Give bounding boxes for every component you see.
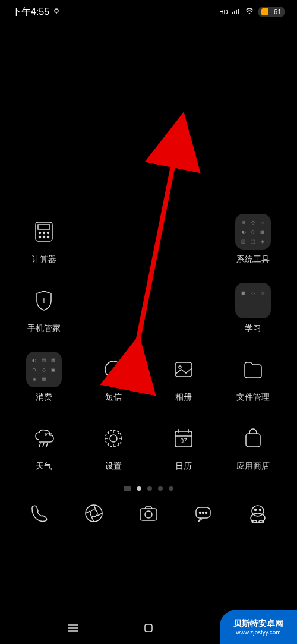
page-dot[interactable]	[169, 486, 173, 491]
app-grid: 计算器 ⊕◇○ ◐⬡▦ ▤⬚◈ 系统工具 T 手机管家 ▣◇☆	[0, 214, 297, 472]
watermark: 贝斯特安卓网 www.zjbstyy.com	[220, 610, 297, 644]
app-label: 手机管家	[27, 323, 61, 334]
signal-icon	[232, 7, 241, 17]
svg-point-28	[200, 512, 201, 514]
svg-point-15	[110, 435, 117, 442]
app-settings[interactable]: 设置	[82, 421, 146, 472]
folder-icon: ⊕◇○ ◐⬡▦ ▤⬚◈	[235, 214, 271, 250]
svg-rect-12	[175, 362, 192, 377]
weather-icon: -9°C	[26, 421, 62, 456]
app-messages[interactable]: 短信	[82, 352, 146, 403]
page-indicator[interactable]	[0, 486, 297, 491]
svg-point-11	[105, 361, 122, 378]
app-label: 学习	[245, 323, 261, 334]
app-label: 消费	[36, 392, 52, 403]
app-weather[interactable]: -9°C 天气	[12, 421, 76, 472]
calendar-icon: 07	[166, 421, 201, 456]
app-label: 设置	[105, 461, 122, 472]
app-files[interactable]: 文件管理	[222, 352, 286, 403]
dock-camera[interactable]	[134, 499, 163, 528]
app-label: 天气	[36, 461, 52, 472]
svg-rect-40	[145, 624, 152, 632]
app-system-tools[interactable]: ⊕◇○ ◐⬡▦ ▤⬚◈ 系统工具	[222, 214, 286, 265]
page-dot[interactable]	[147, 486, 152, 491]
app-label: 系统工具	[236, 254, 270, 265]
svg-point-4	[39, 232, 40, 234]
svg-point-13	[179, 366, 181, 368]
svg-point-29	[203, 512, 204, 514]
page-dot[interactable]	[158, 486, 163, 491]
app-study[interactable]: ▣◇☆ 学习	[222, 283, 286, 334]
wifi-icon	[245, 7, 254, 17]
app-consume[interactable]: ◐▤▦ ⊕◇▣ ◈▦ 消费	[12, 352, 76, 403]
status-bar: 下午4:55 HD 61	[0, 0, 297, 24]
hd-icon: HD	[219, 9, 228, 15]
app-label: 相册	[175, 392, 192, 403]
svg-point-36	[260, 509, 261, 511]
svg-point-6	[47, 232, 49, 234]
gallery-icon	[166, 352, 201, 387]
battery-indicator: 61	[258, 7, 285, 17]
svg-point-26	[145, 511, 152, 518]
dock-chat[interactable]	[189, 499, 217, 528]
dock	[0, 491, 297, 536]
nav-recent[interactable]	[61, 616, 85, 640]
dock-browser[interactable]	[80, 499, 108, 528]
svg-point-8	[43, 236, 45, 238]
app-calendar[interactable]: 07 日历	[151, 421, 216, 472]
app-label: 文件管理	[236, 392, 270, 403]
svg-text:T: T	[42, 296, 46, 305]
dock-qq[interactable]	[244, 499, 272, 528]
battery-pct: 61	[274, 8, 282, 16]
svg-text:07: 07	[180, 438, 187, 444]
svg-point-23	[86, 505, 102, 522]
app-label: 日历	[175, 461, 192, 472]
files-icon	[235, 352, 271, 387]
watermark-url: www.zjbstyy.com	[236, 629, 280, 636]
svg-rect-25	[140, 509, 157, 520]
watermark-title: 贝斯特安卓网	[233, 618, 283, 629]
svg-point-35	[255, 509, 257, 511]
svg-point-30	[206, 512, 207, 514]
svg-rect-3	[38, 225, 50, 229]
calculator-icon	[26, 214, 62, 250]
message-icon	[96, 352, 131, 387]
app-label: 短信	[105, 392, 122, 403]
svg-point-0	[55, 9, 58, 12]
svg-point-9	[47, 236, 49, 238]
status-time: 下午4:55	[12, 6, 49, 18]
folder-icon: ▣◇☆	[235, 283, 271, 318]
app-gallery[interactable]: 相册	[151, 352, 216, 403]
app-phone-manager[interactable]: T 手机管家	[12, 283, 76, 334]
settings-icon	[96, 421, 131, 456]
page-dot[interactable]	[137, 486, 141, 491]
app-label: 应用商店	[236, 461, 270, 472]
nav-home[interactable]	[137, 616, 160, 640]
dock-phone[interactable]	[25, 499, 53, 528]
app-calculator[interactable]: 计算器	[12, 214, 76, 265]
svg-text:-9°C: -9°C	[43, 432, 52, 437]
location-icon	[53, 7, 60, 17]
svg-rect-22	[246, 434, 260, 447]
svg-point-32	[251, 513, 265, 523]
page-dot[interactable]	[124, 486, 131, 491]
shield-icon: T	[26, 283, 62, 318]
store-icon	[235, 421, 271, 456]
folder-icon: ◐▤▦ ⊕◇▣ ◈▦	[26, 352, 62, 387]
svg-point-7	[39, 236, 40, 238]
app-label: 计算器	[31, 254, 56, 265]
app-store[interactable]: 应用商店	[222, 421, 286, 472]
svg-point-5	[43, 232, 45, 234]
